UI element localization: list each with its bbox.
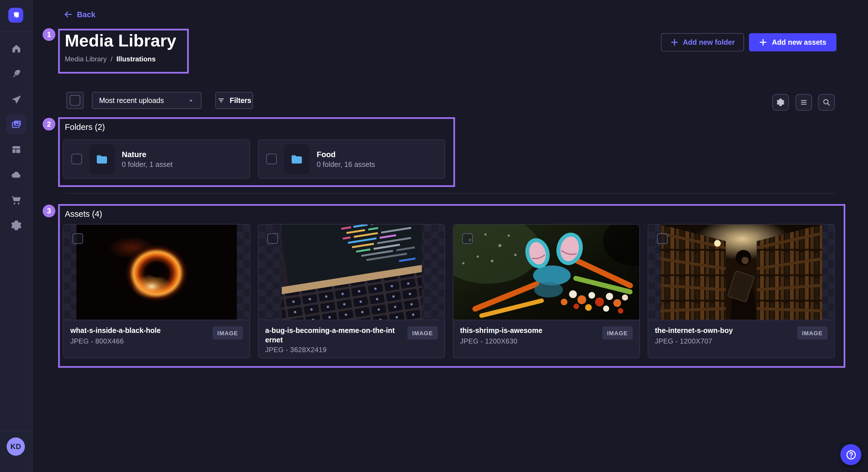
folder-icon xyxy=(290,152,304,166)
asset-footer: a-bug-is-becoming-a-meme-on-the-internet… xyxy=(259,320,445,359)
gear-icon xyxy=(776,98,785,107)
folder-thumbnail xyxy=(89,144,115,174)
asset-card-shrimp[interactable]: this-shrimp-is-awesome JPEG - 1200X630 I… xyxy=(453,224,640,359)
sidebar: KD xyxy=(0,0,33,472)
library-portrait-image xyxy=(660,225,822,320)
question-circle-icon xyxy=(845,449,857,461)
asset-card-bug-meme[interactable]: a-bug-is-becoming-a-meme-on-the-internet… xyxy=(258,224,445,359)
shrimp-image xyxy=(453,225,639,320)
strapi-logo[interactable] xyxy=(8,8,23,23)
assets-heading: Assets (4) xyxy=(65,209,102,218)
sidebar-item-settings[interactable] xyxy=(6,215,26,235)
asset-meta: JPEG - 3628X2419 xyxy=(265,346,397,354)
sort-select[interactable]: Most recent uploads xyxy=(92,92,202,109)
folder-checkbox[interactable] xyxy=(71,154,82,164)
section-divider xyxy=(65,193,835,194)
asset-thumbnail xyxy=(259,225,445,320)
breadcrumb-parent[interactable]: Media Library xyxy=(65,55,107,63)
sort-select-value: Most recent uploads xyxy=(99,96,164,105)
sidebar-item-marketplace[interactable] xyxy=(6,190,26,209)
sidebar-item-content[interactable] xyxy=(6,64,26,83)
asset-footer: the-internet-s-own-boy JPEG - 1200X707 I… xyxy=(648,320,834,351)
cart-icon xyxy=(10,194,22,205)
folder-name: Nature xyxy=(122,149,173,160)
annotation-marker-1: 1 xyxy=(42,28,55,41)
asset-title: this-shrimp-is-awesome xyxy=(460,326,542,336)
asset-meta: JPEG - 1200X707 xyxy=(655,337,733,345)
send-icon xyxy=(10,94,22,105)
list-icon xyxy=(799,98,808,107)
asset-checkbox[interactable] xyxy=(462,233,473,244)
asset-type-badge: IMAGE xyxy=(212,326,243,339)
add-new-assets-label: Add new assets xyxy=(772,38,826,46)
asset-checkbox[interactable] xyxy=(267,233,278,244)
feather-icon xyxy=(10,68,22,79)
breadcrumb-separator: / xyxy=(111,55,113,63)
caret-down-icon xyxy=(188,97,194,103)
plus-icon xyxy=(759,38,768,46)
home-icon xyxy=(10,43,22,54)
sidebar-item-home[interactable] xyxy=(6,39,26,59)
asset-checkbox[interactable] xyxy=(657,233,668,244)
plus-icon xyxy=(670,38,679,46)
folders-heading: Folders (2) xyxy=(65,122,105,132)
asset-thumbnail xyxy=(648,225,834,320)
black-hole-image xyxy=(76,225,237,320)
asset-type-badge: IMAGE xyxy=(797,326,828,339)
help-button[interactable] xyxy=(840,444,861,465)
add-new-folder-label: Add new folder xyxy=(683,38,735,46)
sidebar-divider-bottom xyxy=(0,431,32,431)
list-view-button[interactable] xyxy=(795,94,812,111)
folder-meta: 0 folder, 1 asset xyxy=(122,160,173,169)
folder-card-food[interactable]: Food 0 folder, 16 assets xyxy=(258,139,445,179)
filters-button[interactable]: Filters xyxy=(215,92,253,109)
asset-title: what-s-inside-a-black-hole xyxy=(70,326,161,336)
asset-title: the-internet-s-own-boy xyxy=(655,326,733,336)
user-avatar[interactable]: KD xyxy=(7,437,25,456)
asset-type-badge: IMAGE xyxy=(602,326,632,339)
asset-thumbnail xyxy=(64,225,250,320)
asset-footer: what-s-inside-a-black-hole JPEG - 800X46… xyxy=(64,320,250,351)
layout-icon xyxy=(10,143,22,155)
folder-name: Food xyxy=(317,149,375,160)
media-library-page: KD Back Media Library Media Library / Il… xyxy=(0,0,868,472)
cloud-icon xyxy=(10,169,22,180)
select-all-checkbox-button[interactable] xyxy=(66,92,84,109)
back-label: Back xyxy=(77,10,96,19)
annotation-marker-2: 2 xyxy=(42,118,55,131)
sidebar-item-content-type-builder[interactable] xyxy=(6,139,26,159)
select-all-checkbox[interactable] xyxy=(70,95,81,106)
page-title: Media Library xyxy=(65,31,177,51)
annotation-marker-3: 3 xyxy=(42,205,55,217)
folder-checkbox[interactable] xyxy=(267,154,277,164)
sidebar-item-deploy[interactable] xyxy=(6,165,26,185)
asset-meta: JPEG - 800X466 xyxy=(70,337,161,345)
search-button[interactable] xyxy=(818,94,835,111)
folder-icon xyxy=(95,152,109,166)
back-arrow-icon xyxy=(64,10,73,19)
media-settings-button[interactable] xyxy=(772,94,789,111)
filter-icon xyxy=(217,96,225,105)
sidebar-divider-top xyxy=(0,32,32,32)
asset-type-badge: IMAGE xyxy=(407,326,438,339)
filters-label: Filters xyxy=(229,96,251,105)
folder-card-nature[interactable]: Nature 0 folder, 1 asset xyxy=(63,139,250,179)
sidebar-item-releases[interactable] xyxy=(6,90,26,109)
folder-meta: 0 folder, 16 assets xyxy=(317,160,375,169)
media-library-icon xyxy=(10,117,22,130)
breadcrumb-current: Illustrations xyxy=(116,55,156,63)
asset-card-black-hole[interactable]: what-s-inside-a-black-hole JPEG - 800X46… xyxy=(63,224,250,359)
asset-meta: JPEG - 1200X630 xyxy=(460,337,542,345)
settings-icon xyxy=(10,220,22,231)
back-link[interactable]: Back xyxy=(64,10,96,19)
sidebar-item-media-library[interactable] xyxy=(6,114,26,134)
asset-checkbox[interactable] xyxy=(73,233,83,244)
asset-title: a-bug-is-becoming-a-meme-on-the-internet xyxy=(265,326,397,345)
add-new-folder-button[interactable]: Add new folder xyxy=(661,33,744,52)
breadcrumb: Media Library / Illustrations xyxy=(65,55,156,63)
asset-card-internets-own-boy[interactable]: the-internet-s-own-boy JPEG - 1200X707 I… xyxy=(648,224,835,359)
asset-thumbnail xyxy=(453,225,639,320)
add-new-assets-button[interactable]: Add new assets xyxy=(749,33,836,52)
strapi-logo-icon xyxy=(11,11,21,20)
search-icon xyxy=(822,98,831,107)
